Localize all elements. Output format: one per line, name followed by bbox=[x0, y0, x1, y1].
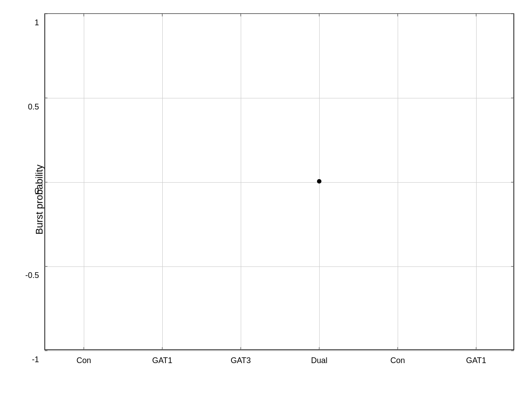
xtick-mark-4 bbox=[398, 347, 398, 350]
xtick-mark-5 bbox=[476, 347, 477, 350]
xtick-mark-3 bbox=[319, 347, 320, 350]
gridline-y05 bbox=[45, 98, 514, 98]
xtick-mark-2 bbox=[241, 347, 241, 350]
ytick-mark-05 bbox=[511, 98, 514, 98]
ytick-label-n1: -1 bbox=[32, 355, 39, 364]
gridline-yn05 bbox=[45, 266, 514, 267]
xtick-label-dual: Dual bbox=[311, 356, 327, 365]
xtick-mark-0 bbox=[84, 347, 84, 350]
ytick-label-n05: -0.5 bbox=[25, 271, 39, 280]
chart-container: Burst probability bbox=[0, 0, 532, 399]
ytick-mark-1 bbox=[511, 14, 514, 14]
xtick-mark-1 bbox=[162, 347, 163, 350]
ytick-label-1: 1 bbox=[35, 18, 39, 27]
ytick-mark-right-1 bbox=[45, 14, 47, 14]
ytick-mark-n05 bbox=[511, 266, 514, 267]
xtick-mark-top-3 bbox=[319, 14, 320, 16]
ytick-mark-right-0 bbox=[45, 182, 47, 183]
xtick-label-con2: Con bbox=[390, 356, 405, 365]
xtick-label-gat1-2: GAT1 bbox=[466, 356, 486, 365]
gridline-x1 bbox=[162, 14, 163, 350]
xtick-label-con1: Con bbox=[76, 356, 91, 365]
gridline-x5 bbox=[476, 14, 477, 350]
xtick-mark-top-2 bbox=[241, 14, 241, 16]
xtick-label-gat3: GAT3 bbox=[231, 356, 251, 365]
xtick-label-gat1: GAT1 bbox=[152, 356, 172, 365]
chart-area: Con GAT1 GAT3 Dual Con GAT1 bbox=[44, 13, 514, 350]
ytick-mark-n1 bbox=[511, 351, 514, 351]
xtick-mark-top-0 bbox=[84, 14, 84, 16]
border-bottom bbox=[45, 349, 514, 350]
ytick-mark-right-n1 bbox=[45, 351, 47, 351]
ytick-mark-right-05 bbox=[45, 98, 47, 98]
xtick-mark-top-5 bbox=[476, 14, 477, 16]
xtick-mark-top-1 bbox=[162, 14, 163, 16]
gridline-x2 bbox=[241, 14, 241, 350]
y-axis-label: Burst probability bbox=[34, 164, 45, 235]
ytick-mark-right-n05 bbox=[45, 266, 47, 267]
ytick-mark-0 bbox=[511, 182, 514, 183]
gridline-y0 bbox=[45, 182, 514, 183]
gridline-x0 bbox=[84, 14, 84, 350]
gridline-x4 bbox=[398, 14, 398, 350]
data-point-0 bbox=[317, 179, 321, 184]
ytick-label-05: 0.5 bbox=[28, 102, 39, 112]
ytick-label-0: 0 bbox=[35, 187, 39, 196]
gridline-y1 bbox=[45, 14, 514, 14]
gridline-yn1 bbox=[45, 351, 514, 351]
xtick-mark-top-4 bbox=[398, 14, 398, 16]
